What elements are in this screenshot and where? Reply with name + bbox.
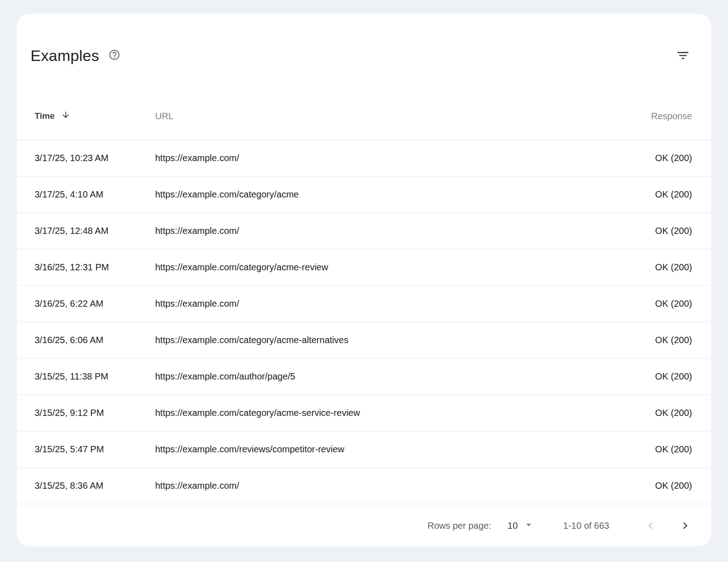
- cell-response: OK (200): [610, 189, 692, 200]
- column-header-time[interactable]: Time: [35, 110, 155, 122]
- cell-url: https://example.com/author/page/5: [155, 371, 610, 382]
- cell-url: https://example.com/category/acme-altern…: [155, 335, 610, 345]
- examples-table: Time URL Response 3/17/25, 10:23 AM http…: [17, 66, 711, 505]
- cell-time: 3/15/25, 11:38 PM: [35, 371, 155, 382]
- filter-button[interactable]: [676, 48, 690, 64]
- table-row: 3/17/25, 12:48 AM https://example.com/ O…: [17, 213, 711, 249]
- table-row: 3/16/25, 6:06 AM https://example.com/cat…: [17, 322, 711, 359]
- chevron-right-icon: [678, 519, 692, 532]
- rows-per-page-value: 10: [508, 521, 518, 531]
- cell-url: https://example.com/: [155, 153, 610, 163]
- filter-list-icon: [676, 48, 690, 64]
- cell-time: 3/15/25, 5:47 PM: [35, 444, 155, 455]
- table-row: 3/15/25, 8:36 AM https://example.com/ OK…: [17, 468, 711, 504]
- pager-nav: [644, 519, 692, 532]
- table-row: 3/17/25, 10:23 AM https://example.com/ O…: [17, 140, 711, 177]
- prev-page-button[interactable]: [644, 519, 657, 532]
- dropdown-arrow-icon: [522, 518, 535, 533]
- cell-response: OK (200): [610, 262, 692, 273]
- cell-response: OK (200): [610, 481, 692, 491]
- table-row: 3/17/25, 4:10 AM https://example.com/cat…: [17, 177, 711, 213]
- cell-time: 3/16/25, 6:06 AM: [35, 335, 155, 345]
- pagination-range-label: 1-10 of 663: [563, 521, 609, 531]
- card-header: Examples: [17, 14, 711, 66]
- cell-response: OK (200): [610, 371, 692, 382]
- cell-response: OK (200): [610, 153, 692, 163]
- column-header-time-label: Time: [35, 111, 55, 121]
- column-header-response[interactable]: Response: [610, 111, 692, 122]
- examples-card: Examples Time: [17, 14, 711, 547]
- cell-time: 3/15/25, 9:12 PM: [35, 408, 155, 418]
- cell-response: OK (200): [610, 226, 692, 236]
- cell-url: https://example.com/reviews/competitor-r…: [155, 444, 610, 455]
- table-row: 3/15/25, 5:47 PM https://example.com/rev…: [17, 431, 711, 468]
- table-row: 3/15/25, 9:12 PM https://example.com/cat…: [17, 395, 711, 431]
- cell-time: 3/17/25, 4:10 AM: [35, 189, 155, 200]
- cell-url: https://example.com/: [155, 299, 610, 309]
- cell-url: https://example.com/category/acme-review: [155, 262, 610, 273]
- table-header-row: Time URL Response: [17, 103, 711, 140]
- cell-url: https://example.com/: [155, 481, 610, 491]
- chevron-left-icon: [644, 519, 657, 532]
- column-header-url[interactable]: URL: [155, 111, 610, 122]
- cell-time: 3/16/25, 12:31 PM: [35, 262, 155, 273]
- cell-time: 3/16/25, 6:22 AM: [35, 299, 155, 309]
- help-button[interactable]: [108, 49, 121, 62]
- table-row: 3/16/25, 12:31 PM https://example.com/ca…: [17, 249, 711, 286]
- cell-time: 3/17/25, 12:48 AM: [35, 226, 155, 236]
- table-footer: Rows per page: 10 1-10 of 663: [17, 505, 711, 547]
- cell-response: OK (200): [610, 335, 692, 345]
- next-page-button[interactable]: [678, 519, 692, 532]
- table-row: 3/15/25, 11:38 PM https://example.com/au…: [17, 359, 711, 395]
- cell-time: 3/15/25, 8:36 AM: [35, 481, 155, 491]
- help-circle-icon: [108, 49, 121, 62]
- rows-per-page-label: Rows per page:: [427, 521, 491, 531]
- cell-url: https://example.com/: [155, 226, 610, 236]
- cell-url: https://example.com/category/acme: [155, 189, 610, 200]
- cell-url: https://example.com/category/acme-servic…: [155, 408, 610, 418]
- cell-response: OK (200): [610, 299, 692, 309]
- cell-response: OK (200): [610, 408, 692, 418]
- cell-response: OK (200): [610, 444, 692, 455]
- page-title: Examples: [30, 46, 99, 66]
- table-row: 3/16/25, 6:22 AM https://example.com/ OK…: [17, 286, 711, 322]
- arrow-down-icon: [61, 110, 71, 122]
- title-wrap: Examples: [30, 46, 121, 66]
- cell-time: 3/17/25, 10:23 AM: [35, 153, 155, 163]
- rows-per-page-select[interactable]: 10: [508, 518, 535, 533]
